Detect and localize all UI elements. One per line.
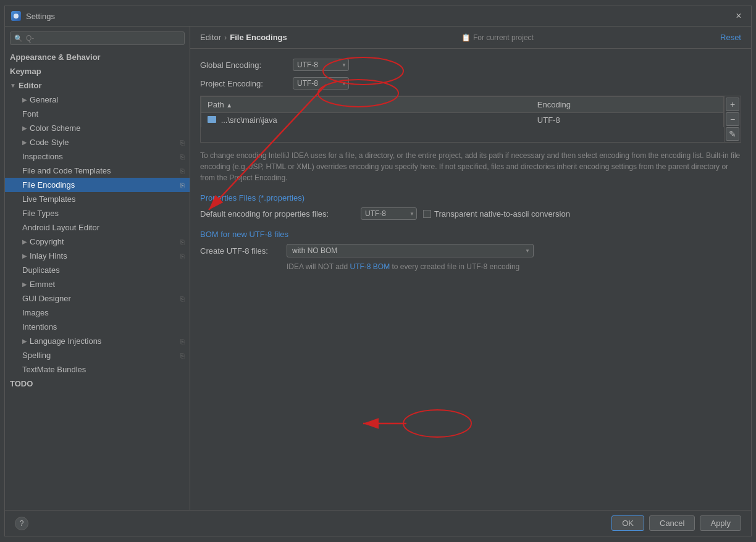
app-icon bbox=[11, 11, 21, 21]
remove-path-button[interactable]: − bbox=[726, 112, 739, 126]
expand-icon: ▶ bbox=[22, 139, 27, 146]
bom-select[interactable]: with NO BOM with BOM bbox=[287, 244, 534, 257]
sidebar-item-live-templates[interactable]: Live Templates bbox=[5, 192, 190, 206]
reset-button[interactable]: Reset bbox=[720, 33, 741, 42]
search-input[interactable] bbox=[26, 34, 180, 43]
sidebar-item-label: Spelling bbox=[22, 351, 51, 360]
sidebar-item-color-scheme[interactable]: ▶ Color Scheme bbox=[5, 121, 190, 135]
sidebar-item-label: Font bbox=[22, 109, 38, 119]
breadcrumb-current: File Encodings bbox=[230, 33, 287, 42]
search-box[interactable]: 🔍 bbox=[10, 31, 185, 45]
sidebar-item-inspections[interactable]: Inspections ⎘ bbox=[5, 149, 190, 164]
sidebar-item-spelling[interactable]: Spelling ⎘ bbox=[5, 348, 190, 362]
sidebar-item-label: General bbox=[30, 95, 58, 104]
global-encoding-select-wrapper[interactable]: UTF-8 ISO-8859-1 UTF-16 bbox=[293, 59, 349, 71]
apply-button[interactable]: Apply bbox=[700, 515, 741, 531]
project-icon: 📋 bbox=[461, 33, 471, 42]
expand-icon: ▶ bbox=[22, 252, 27, 259]
close-button[interactable]: × bbox=[733, 10, 745, 22]
sidebar-item-copyright[interactable]: ▶ Copyright ⎘ bbox=[5, 235, 190, 249]
sidebar-item-label: Editor bbox=[19, 81, 42, 90]
sidebar-item-inlay-hints[interactable]: ▶ Inlay Hints ⎘ bbox=[5, 249, 190, 263]
add-path-button[interactable]: + bbox=[726, 98, 739, 111]
sidebar-item-editor[interactable]: ▼ Editor bbox=[5, 78, 190, 93]
sidebar-item-textmate-bundles[interactable]: TextMate Bundles bbox=[5, 362, 190, 377]
expand-icon: ▶ bbox=[22, 238, 27, 245]
ok-button[interactable]: OK bbox=[611, 515, 644, 531]
sidebar-item-emmet[interactable]: ▶ Emmet bbox=[5, 277, 190, 291]
sidebar-item-appearance[interactable]: Appearance & Behavior bbox=[5, 50, 190, 64]
sidebar-item-label: Keymap bbox=[10, 67, 41, 76]
sidebar-item-todo[interactable]: TODO bbox=[5, 377, 190, 391]
encoding-column-header[interactable]: Encoding bbox=[531, 97, 724, 113]
breadcrumb-parent: Editor bbox=[200, 33, 221, 42]
project-encoding-select-wrapper[interactable]: UTF-8 ISO-8859-1 UTF-16 bbox=[293, 77, 349, 90]
sidebar-item-label: File Encodings bbox=[22, 180, 75, 190]
global-encoding-row: Global Encoding: UTF-8 ISO-8859-1 UTF-16 bbox=[200, 59, 741, 71]
properties-encoding-select-wrapper[interactable]: UTF-8 ISO-8859-1 bbox=[361, 207, 417, 220]
cancel-button[interactable]: Cancel bbox=[649, 515, 695, 531]
sidebar-item-label: TextMate Bundles bbox=[22, 365, 86, 374]
bom-note-prefix: IDEA will NOT add bbox=[287, 262, 350, 271]
path-column-header[interactable]: Path ▲ bbox=[201, 97, 531, 113]
project-encoding-select[interactable]: UTF-8 ISO-8859-1 UTF-16 bbox=[293, 77, 349, 90]
sidebar-item-label: Code Style bbox=[30, 138, 69, 147]
sidebar-item-gui-designer[interactable]: GUI Designer ⎘ bbox=[5, 291, 190, 306]
copy-icon: ⎘ bbox=[180, 352, 185, 359]
encoding-cell: UTF-8 bbox=[531, 113, 724, 128]
content-inner: Global Encoding: UTF-8 ISO-8859-1 UTF-16… bbox=[190, 49, 751, 510]
project-encoding-row: Project Encoding: UTF-8 ISO-8859-1 UTF-1… bbox=[200, 77, 741, 90]
copy-icon: ⎘ bbox=[180, 181, 185, 189]
expand-icon: ▶ bbox=[22, 281, 27, 288]
sidebar-item-label: Inlay Hints bbox=[30, 251, 67, 261]
sidebar-item-label: Appearance & Behavior bbox=[10, 52, 101, 62]
sidebar-item-images[interactable]: Images bbox=[5, 306, 190, 320]
table-row[interactable]: ...\src\main\java UTF-8 bbox=[201, 113, 724, 128]
sidebar-item-label: Copyright bbox=[30, 237, 64, 246]
copy-icon: ⎘ bbox=[180, 252, 185, 260]
sidebar-item-file-code-templates[interactable]: File and Code Templates ⎘ bbox=[5, 164, 190, 178]
sidebar-item-file-types[interactable]: File Types bbox=[5, 206, 190, 220]
global-encoding-select[interactable]: UTF-8 ISO-8859-1 UTF-16 bbox=[293, 59, 349, 71]
sidebar-item-android-layout[interactable]: Android Layout Editor bbox=[5, 220, 190, 235]
dialog-body: 🔍 Appearance & Behavior Keymap ▼ Editor … bbox=[5, 27, 751, 510]
for-project-label: For current project bbox=[473, 33, 534, 42]
bom-select-wrapper[interactable]: with NO BOM with BOM bbox=[287, 244, 534, 257]
copy-icon: ⎘ bbox=[180, 238, 185, 246]
edit-path-button[interactable]: ✎ bbox=[726, 127, 739, 141]
expand-icon: ▶ bbox=[22, 338, 27, 344]
sidebar-item-general[interactable]: ▶ General bbox=[5, 93, 190, 107]
title-bar-left: Settings bbox=[11, 11, 55, 21]
sidebar-item-file-encodings[interactable]: File Encodings ⎘ bbox=[5, 178, 190, 192]
sidebar-item-label: Duplicates bbox=[22, 265, 60, 275]
sidebar-item-label: File Types bbox=[22, 209, 59, 218]
create-utf8-label: Create UTF-8 files: bbox=[200, 246, 280, 256]
sidebar-item-language-injections[interactable]: ▶ Language Injections ⎘ bbox=[5, 334, 190, 348]
copy-icon: ⎘ bbox=[180, 295, 185, 302]
properties-encoding-select[interactable]: UTF-8 ISO-8859-1 bbox=[361, 207, 417, 220]
sidebar-item-font[interactable]: Font bbox=[5, 107, 190, 121]
bom-note: IDEA will NOT add UTF-8 BOM to every cre… bbox=[200, 262, 741, 271]
transparent-checkbox-row: Transparent native-to-ascii conversion bbox=[423, 209, 570, 219]
search-icon: 🔍 bbox=[14, 35, 23, 43]
breadcrumb-sep: › bbox=[224, 33, 227, 42]
breadcrumb-bar: Editor › File Encodings 📋 For current pr… bbox=[190, 27, 751, 49]
info-text: To change encoding IntelliJ IDEA uses fo… bbox=[200, 150, 741, 183]
table-actions: + − ✎ bbox=[724, 96, 741, 143]
sidebar-item-label: Language Injections bbox=[30, 336, 101, 346]
expand-icon: ▶ bbox=[22, 96, 27, 103]
copy-icon: ⎘ bbox=[180, 167, 185, 175]
sidebar-item-intentions[interactable]: Intentions bbox=[5, 320, 190, 334]
sidebar-item-keymap[interactable]: Keymap bbox=[5, 64, 190, 78]
content-panel: Editor › File Encodings 📋 For current pr… bbox=[190, 27, 751, 510]
path-encoding-table-container: Path ▲ Encoding ...\src\main\java bbox=[200, 96, 724, 143]
transparent-checkbox[interactable] bbox=[423, 210, 431, 218]
help-button[interactable]: ? bbox=[15, 517, 28, 530]
path-value: ...\src\main\java bbox=[221, 115, 277, 125]
sidebar-item-duplicates[interactable]: Duplicates bbox=[5, 263, 190, 277]
sidebar-item-code-style[interactable]: ▶ Code Style ⎘ bbox=[5, 135, 190, 149]
global-encoding-label: Global Encoding: bbox=[200, 60, 287, 70]
expand-icon: ▶ bbox=[22, 125, 27, 131]
sidebar-item-label: GUI Designer bbox=[22, 294, 71, 303]
folder-icon bbox=[208, 116, 216, 123]
